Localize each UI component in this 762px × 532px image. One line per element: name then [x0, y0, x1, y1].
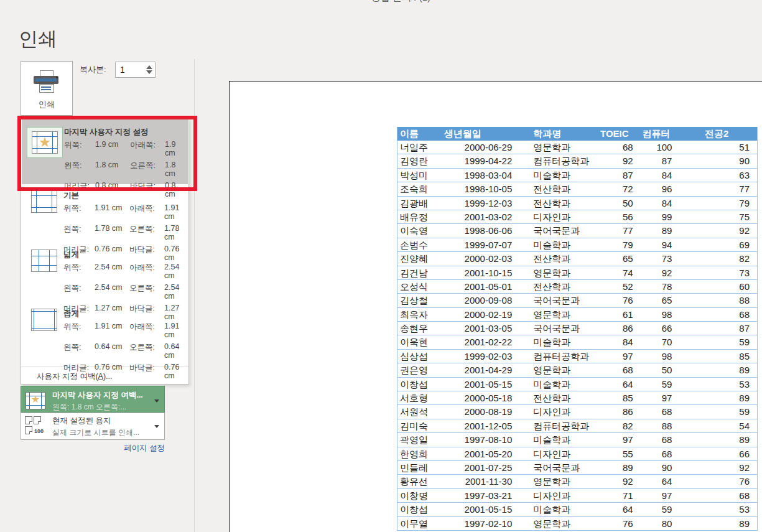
margin-preview-icon: ★ — [31, 250, 57, 272]
table-cell: 88 — [676, 294, 757, 307]
table-row: 민들레2001-07-25국어국문과899092 — [397, 461, 757, 475]
table-cell: 69 — [676, 238, 757, 251]
page-setup-link[interactable]: 페이지 설정 — [21, 443, 165, 454]
table-cell: 2001-12-05 — [444, 419, 522, 432]
table-cell: 이숙영 — [397, 224, 444, 237]
preview-table: 이름생년월일학과명TOEIC컴퓨터전공2 너일주2000-06-29영문학과68… — [397, 127, 758, 531]
table-cell: 92 — [593, 154, 636, 167]
table-cell: 53 — [676, 378, 757, 391]
printer-icon — [34, 70, 60, 95]
table-cell: 김미숙 — [397, 419, 444, 432]
table-cell: 78 — [636, 280, 677, 293]
table-cell: 영문학과 — [521, 308, 593, 321]
table-row: 김미숙2001-12-05컴퓨터공학과828854 — [397, 419, 757, 433]
table-row: 손범수1999-07-07미술학과799469 — [397, 238, 757, 252]
print-button[interactable]: 인쇄 — [21, 61, 73, 116]
table-cell: 87 — [593, 169, 636, 182]
pane-separator — [194, 59, 195, 532]
table-row: 이창섭2001-05-15미술학과645953 — [397, 503, 757, 516]
table-cell: 조숙희 — [397, 182, 444, 195]
margin-label: 위쪽: — [63, 203, 95, 221]
table-cell: 2001-05-15 — [444, 378, 522, 391]
table-cell: 68 — [636, 405, 677, 418]
table-row: 박성미1998-03-04미술학과878463 — [397, 169, 757, 182]
table-cell: 54 — [676, 419, 757, 432]
table-row: 이숙영1998-06-06국어국문과778992 — [397, 224, 757, 238]
margin-preset-item[interactable]: ★ 넓게 위쪽:2.54 cm아래쪽:2.54 cm왼쪽:2.54 cm오른쪽:… — [21, 244, 188, 303]
table-cell: 손범수 — [397, 238, 444, 251]
margins-dropdown[interactable]: ★ 마지막 사용자 지정 여백... 왼쪽: 1.8 cm 오른쪽:... — [21, 386, 165, 415]
margin-preset-item[interactable]: ★ 기본 위쪽:1.91 cm아래쪽:1.91 cm왼쪽:1.78 cm오른쪽:… — [21, 185, 188, 244]
margin-value: 0.76 cm — [164, 363, 185, 380]
table-cell: 59 — [676, 335, 757, 348]
margin-preset-name: 기본 — [63, 190, 185, 201]
print-button-label: 인쇄 — [21, 99, 72, 110]
table-cell: 1999-07-07 — [444, 238, 522, 251]
table-cell: 55 — [593, 447, 636, 460]
table-cell: 미술학과 — [521, 378, 593, 391]
chevron-down-icon — [154, 425, 159, 428]
table-cell: 61 — [593, 308, 636, 321]
table-cell: 56 — [593, 210, 636, 223]
table-cell: 89 — [676, 391, 757, 404]
copies-increment-arrow-icon[interactable] — [146, 65, 152, 69]
table-cell: 권은영 — [397, 363, 444, 376]
margin-preset-item[interactable]: ★ 좁게 위쪽:1.91 cm아래쪽:1.91 cm왼쪽:0.64 cm오른쪽:… — [21, 303, 188, 362]
table-cell: 김영란 — [397, 154, 444, 167]
table-cell: 66 — [676, 447, 757, 460]
margin-value: 2.54 cm — [95, 263, 129, 280]
margin-label: 위쪽: — [64, 140, 95, 157]
table-cell: 오성식 — [397, 280, 444, 293]
table-cell: 2001-03-05 — [444, 322, 522, 335]
paper-size-dropdown[interactable]: 100 현재 설정된 용지 실제 크기로 시트를 인쇄... — [21, 413, 165, 440]
copies-input[interactable]: 1 — [115, 62, 156, 78]
margins-dropdown-title: 마지막 사용자 지정 여백... — [52, 390, 143, 401]
table-cell: 영문학과 — [521, 475, 593, 488]
margin-value: 2.54 cm — [95, 283, 129, 301]
margin-value: 1.8 cm — [165, 161, 184, 178]
table-cell: 96 — [636, 182, 677, 195]
copies-decrement-arrow-icon[interactable] — [146, 70, 152, 74]
table-row: 황유선2001-11-30영문학과926476 — [397, 475, 757, 488]
table-cell: 79 — [593, 238, 636, 251]
table-cell: 배유정 — [397, 210, 444, 223]
paper-dropdown-title: 현재 설정된 용지 — [52, 416, 111, 426]
table-cell: 89 — [593, 461, 636, 474]
table-row: 배유정2001-03-02디자인과569975 — [397, 210, 757, 224]
table-cell: 100 — [636, 141, 677, 154]
table-cell: 디자인과 — [521, 489, 593, 502]
margin-value: 1.9 cm — [165, 140, 184, 157]
margin-value: 1.78 cm — [95, 224, 129, 241]
margin-preview-icon: ★ — [31, 309, 57, 331]
table-cell: 곽영일 — [397, 433, 444, 446]
margin-preset-name: 마지막 사용자 지정 설정 — [64, 127, 184, 138]
table-cell: 국어국문과 — [521, 322, 593, 335]
copies-label: 복사본: — [80, 64, 106, 75]
margin-label: 오른쪽: — [129, 342, 164, 360]
table-row: 서원석2000-08-19디자인과866859 — [397, 405, 757, 419]
margin-preset-item[interactable]: ★ 마지막 사용자 지정 설정 위쪽:1.9 cm아래쪽:1.9 cm왼쪽:1.… — [22, 119, 188, 184]
table-cell: 76 — [593, 294, 636, 307]
preview-table-header: 이름생년월일학과명TOEIC컴퓨터전공2 — [397, 127, 757, 141]
margin-label: 오른쪽: — [129, 283, 164, 301]
table-cell: 76 — [676, 475, 757, 488]
table-cell: 1998-03-04 — [444, 169, 522, 182]
table-cell: 70 — [636, 335, 677, 348]
table-header-cell: 학과명 — [521, 127, 593, 141]
table-cell: 김건남 — [397, 266, 444, 279]
table-cell: 90 — [636, 461, 677, 474]
table-cell: 68 — [593, 363, 636, 376]
table-cell: 92 — [636, 266, 677, 279]
table-cell: 이창명 — [397, 489, 444, 502]
table-cell: 99 — [636, 210, 677, 223]
margin-label: 아래쪽: — [129, 322, 164, 339]
table-cell: 2000-09-08 — [444, 294, 522, 307]
table-cell: 영문학과 — [521, 141, 593, 154]
table-cell: 1999-02-03 — [444, 350, 522, 363]
table-cell: 민들레 — [397, 461, 444, 474]
table-row: 송현우2001-03-05국어국문과866687 — [397, 322, 757, 335]
star-icon: ★ — [32, 134, 57, 151]
table-cell: 컴퓨터공학과 — [521, 154, 593, 167]
table-cell: 이욱현 — [397, 335, 444, 348]
table-cell: 73 — [636, 252, 677, 265]
